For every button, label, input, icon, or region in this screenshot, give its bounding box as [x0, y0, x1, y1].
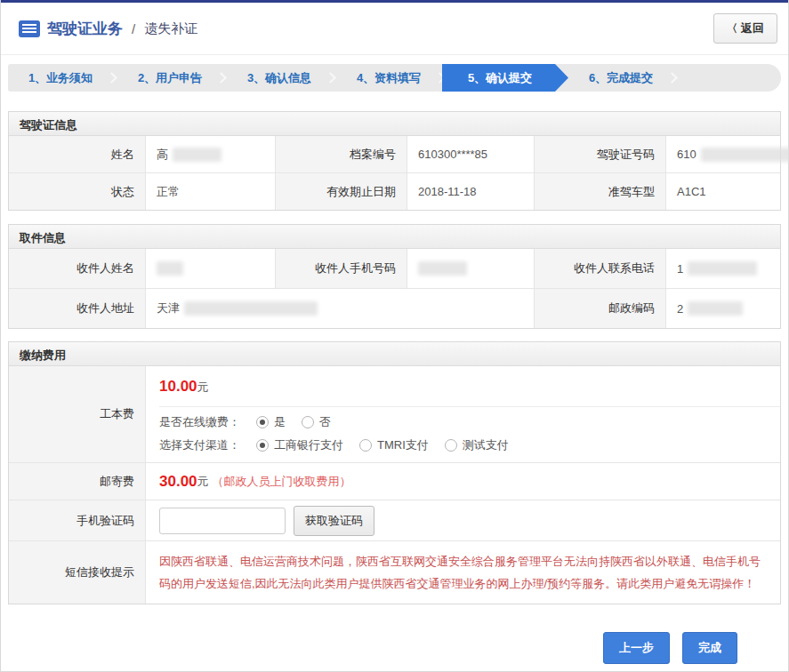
sms-code-input[interactable]: [159, 508, 286, 534]
online-pay-question-line: 是否在线缴费： 是 否: [159, 407, 780, 434]
table-row: 收件人地址 天津 邮政编码 2: [9, 288, 780, 328]
breadcrumb: 驾驶证业务 / 遗失补证: [19, 19, 197, 39]
recipient-name-value: [146, 249, 276, 288]
radio-unchecked-icon[interactable]: [302, 416, 314, 428]
recipient-name-label: 收件人姓名: [9, 249, 146, 288]
recipient-address-label: 收件人地址: [9, 289, 146, 328]
radio-checked-icon[interactable]: [256, 416, 269, 428]
redacted-text: [157, 261, 183, 276]
mail-fee-amount: 30.00: [159, 473, 197, 491]
recipient-mobile-label: 收件人手机号码: [276, 249, 407, 288]
redacted-text: [418, 261, 467, 276]
postal-code-label: 邮政编码: [535, 289, 666, 328]
redacted-text: [701, 148, 789, 162]
breadcrumb-current: 遗失补证: [144, 20, 197, 37]
pay-channel-option-test-label[interactable]: 测试支付: [463, 437, 509, 453]
pickup-info-title: 取件信息: [9, 225, 780, 249]
step-6-complete-submit[interactable]: 6、完成提交: [568, 64, 673, 92]
finish-button[interactable]: 完成: [682, 632, 737, 664]
recipient-phone-value: 1: [666, 249, 780, 288]
radio-unchecked-icon[interactable]: [445, 439, 457, 452]
mail-fee-content: 30.00元 （邮政人员上门收取费用）: [146, 463, 780, 500]
recipient-phone-label: 收件人联系电话: [535, 249, 666, 288]
mail-fee-label: 邮寄费: [9, 463, 146, 500]
table-row: 收件人姓名 收件人手机号码 收件人联系电话 1: [9, 249, 780, 288]
pay-channel-option-tmri[interactable]: TMRI支付: [359, 437, 429, 453]
license-no-label: 驾驶证号码: [535, 136, 666, 172]
online-pay-question: 是否在线缴费：: [159, 414, 240, 430]
back-button-label: 返回: [741, 20, 764, 36]
footer-actions: 上一步 完成: [1, 632, 788, 664]
sms-code-label: 手机验证码: [9, 500, 146, 540]
vehicle-class-value: A1C1: [666, 173, 780, 210]
online-pay-option-no[interactable]: 否: [302, 414, 331, 430]
sms-note-text: 因陕西省联通、电信运营商技术问题，陕西省互联网交通安全综合服务管理平台无法向持陕…: [159, 550, 767, 595]
table-row: 状态 正常 有效期止日期 2018-11-18 准驾车型 A1C1: [9, 172, 780, 210]
table-row: 姓名 高 档案编号 610300****85 驾驶证号码 610: [9, 136, 780, 172]
pickup-info-panel: 取件信息 收件人姓名 收件人手机号码 收件人联系电话 1 收件人地址 天津: [8, 224, 781, 329]
license-info-panel: 驾驶证信息 姓名 高 档案编号 610300****85 驾驶证号码 610 状…: [8, 111, 781, 211]
postal-code-value: 2: [666, 289, 780, 328]
redacted-text: [688, 301, 743, 316]
recipient-mobile-value: [407, 249, 535, 288]
production-fee-content: 10.00元 是否在线缴费： 是 否 选择支付渠道：: [146, 366, 780, 462]
valid-until-label: 有效期止日期: [276, 173, 407, 210]
production-fee-row: 工本费 10.00元 是否在线缴费： 是 否 选: [9, 366, 780, 462]
page: 驾驶证业务 / 遗失补证 〈 返回 1、业务须知 2、用户申告 3、确认信息 4…: [0, 0, 789, 672]
list-icon: [19, 20, 40, 37]
redacted-text: [688, 261, 757, 276]
sms-note-row: 短信接收提示 因陕西省联通、电信运营商技术问题，陕西省互联网交通安全综合服务管理…: [9, 540, 780, 604]
pay-channel-question-line: 选择支付渠道： 工商银行支付 TMRI支付 测试支付: [159, 434, 780, 462]
breadcrumb-separator: /: [132, 21, 135, 36]
pay-channel-question: 选择支付渠道：: [159, 437, 240, 453]
page-header: 驾驶证业务 / 遗失补证 〈 返回: [1, 3, 788, 55]
sms-code-row: 手机验证码 获取验证码: [9, 500, 780, 540]
redacted-text: [173, 148, 221, 162]
chevron-left-icon: 〈: [727, 21, 737, 36]
name-value: 高: [146, 136, 276, 172]
production-fee-amount: 10.00: [159, 378, 197, 395]
pay-channel-option-icbc[interactable]: 工商银行支付: [256, 437, 343, 453]
pay-channel-option-tmri-label[interactable]: TMRI支付: [377, 437, 429, 453]
radio-unchecked-icon[interactable]: [359, 439, 372, 452]
name-label: 姓名: [9, 136, 146, 172]
step-4-fill-data[interactable]: 4、资料填写: [336, 64, 441, 92]
online-pay-option-yes[interactable]: 是: [256, 414, 286, 430]
step-2-user-declaration[interactable]: 2、用户申告: [117, 64, 222, 92]
mail-fee-note: （邮政人员上门收取费用）: [213, 474, 351, 490]
radio-checked-icon[interactable]: [256, 439, 269, 452]
step-5-confirm-submit-active[interactable]: 5、确认提交: [442, 64, 568, 92]
mail-fee-unit: 元: [197, 474, 209, 490]
step-wizard: 1、业务须知 2、用户申告 3、确认信息 4、资料填写 5、确认提交 6、完成提…: [8, 64, 781, 92]
get-sms-code-button[interactable]: 获取验证码: [294, 506, 374, 536]
production-fee-unit: 元: [197, 380, 209, 394]
vehicle-class-label: 准驾车型: [535, 173, 666, 210]
step-1-business-notice[interactable]: 1、业务须知: [8, 64, 113, 92]
valid-until-value: 2018-11-18: [407, 173, 535, 210]
page-title: 驾驶证业务: [47, 19, 123, 39]
payment-panel: 缴纳费用 工本费 10.00元 是否在线缴费： 是 否: [8, 341, 781, 604]
production-fee-label: 工本费: [9, 366, 146, 462]
status-label: 状态: [9, 173, 146, 210]
file-no-value: 610300****85: [407, 136, 535, 172]
wizard-filler: [678, 64, 781, 92]
pay-channel-option-test[interactable]: 测试支付: [445, 437, 509, 453]
production-fee-amount-line: 10.00元: [159, 366, 780, 407]
license-info-title: 驾驶证信息: [9, 112, 780, 136]
previous-step-button[interactable]: 上一步: [603, 632, 670, 664]
status-value: 正常: [146, 173, 276, 210]
pay-channel-option-icbc-label[interactable]: 工商银行支付: [274, 437, 343, 453]
mail-fee-row: 邮寄费 30.00元 （邮政人员上门收取费用）: [9, 462, 780, 500]
license-no-value: 610: [666, 136, 789, 172]
redacted-text: [184, 301, 318, 316]
step-3-confirm-info[interactable]: 3、确认信息: [227, 64, 332, 92]
sms-note-label: 短信接收提示: [9, 541, 146, 604]
online-pay-option-no-label[interactable]: 否: [319, 414, 331, 430]
payment-title: 缴纳费用: [9, 342, 780, 366]
file-no-label: 档案编号: [276, 136, 407, 172]
back-button[interactable]: 〈 返回: [713, 13, 777, 44]
sms-code-content: 获取验证码: [146, 500, 780, 540]
online-pay-option-yes-label[interactable]: 是: [274, 414, 286, 430]
sms-note-content: 因陕西省联通、电信运营商技术问题，陕西省互联网交通安全综合服务管理平台无法向持陕…: [146, 541, 780, 604]
recipient-address-value: 天津: [146, 289, 535, 328]
